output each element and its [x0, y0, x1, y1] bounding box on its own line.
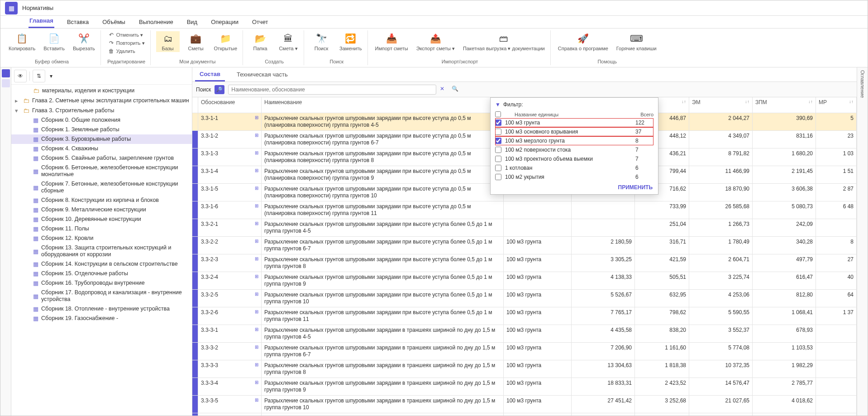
undo-button[interactable]: ↶Отменить ▾: [106, 31, 147, 38]
main-tab-4[interactable]: Вид: [186, 17, 199, 28]
search-mode-icon[interactable]: 🔎: [215, 85, 224, 94]
tree-item[interactable]: ▦Сборник 5. Свайные работы, закрепление …: [11, 153, 192, 163]
main-tab-5[interactable]: Операции: [210, 17, 239, 28]
expand-icon[interactable]: ⊞: [255, 203, 258, 208]
help-button[interactable]: 🚀Справка о программе: [556, 31, 610, 52]
tree-item[interactable]: ▾🗀Глава 3. Строительные работы: [11, 105, 192, 115]
tree-item[interactable]: ▦Сборник 10. Деревянные конструкции: [11, 215, 192, 224]
expand-icon[interactable]: ⊞: [255, 115, 258, 120]
tree-item[interactable]: ▦Сборник 17. Водопровод и канализация - …: [11, 288, 192, 304]
filter-option[interactable]: 100 м2 поверхности стока7: [495, 145, 653, 154]
tree-item[interactable]: ▦Сборник 12. Кровли: [11, 234, 192, 243]
cut-button[interactable]: ✂️Вырезать: [71, 31, 97, 52]
gutter-icon[interactable]: [2, 69, 10, 77]
filter-checkbox[interactable]: [495, 174, 501, 180]
filter-checkbox[interactable]: [495, 156, 501, 162]
main-tab-2[interactable]: Объёмы: [101, 17, 126, 28]
content-tab-1[interactable]: Техническая часть: [232, 68, 292, 81]
filter-checkbox[interactable]: [495, 165, 501, 171]
paste-button[interactable]: 📄Вставить: [42, 31, 67, 52]
main-tab-1[interactable]: Вставка: [66, 17, 90, 28]
sort-icon[interactable]: ↓↑: [849, 99, 854, 104]
table-row[interactable]: 3.3-2-5⊞Разрыхление скальных грунтов шпу…: [192, 289, 857, 307]
tree-item[interactable]: ▦Сборник 7. Бетонные, железобетонные кон…: [11, 179, 192, 196]
tree-item[interactable]: 🗀материалы, изделия и конструкции: [11, 86, 192, 96]
filter-option[interactable]: 100 м3 основного взрывания37: [495, 127, 653, 136]
table-row[interactable]: 3.3-3-5⊞Разрыхление скальных грунтов шпу…: [192, 395, 857, 413]
filter-option[interactable]: 100 м2 укрытия6: [495, 172, 653, 182]
filter-option[interactable]: 100 м3 грунта122: [495, 118, 653, 127]
filter-option[interactable]: 1 котлован6: [495, 163, 653, 172]
open-button[interactable]: 📁Открытые: [212, 31, 239, 52]
main-tab-3[interactable]: Выполнение: [138, 17, 174, 28]
table-row[interactable]: 3.3-3-2⊞Разрыхление скальных грунтов шпу…: [192, 342, 857, 360]
tree-item[interactable]: ▦Сборник 1. Земляные работы: [11, 125, 192, 134]
bases-button[interactable]: 🗂Базы: [156, 31, 180, 52]
main-tab-6[interactable]: Отчет: [251, 17, 269, 28]
tree-mode-button[interactable]: ⇅: [33, 70, 45, 82]
table-row[interactable]: 3.3-2-4⊞Разрыхление скальных грунтов шпу…: [192, 272, 857, 289]
tree-item[interactable]: ▦Сборник 4. Скважины: [11, 144, 192, 153]
filter-option[interactable]: 100 м3 проектного объема выемки7: [495, 154, 653, 163]
filter-apply-button[interactable]: ПРИМЕНИТЬ: [495, 182, 653, 191]
expand-icon[interactable]: ⊞: [255, 256, 258, 261]
expand-icon[interactable]: ⊞: [255, 274, 258, 279]
copy-button[interactable]: 📋Копировать: [7, 31, 37, 52]
tree-item[interactable]: ▦Сборник 19. Газоснабжение -: [11, 314, 192, 323]
tree-item[interactable]: ▦Сборник 3. Буровзрывные работы: [11, 134, 192, 144]
column-header[interactable]: ЭМ↓↑: [689, 97, 753, 113]
column-header[interactable]: Обоснование: [198, 97, 262, 113]
search-input[interactable]: [228, 85, 436, 95]
filter-select-all[interactable]: [495, 111, 501, 117]
main-tab-0[interactable]: Главная: [29, 15, 54, 28]
sort-icon[interactable]: ↓↑: [808, 99, 813, 104]
table-row[interactable]: 3.3-3-3⊞Разрыхление скальных грунтов шпу…: [192, 360, 857, 378]
expand-icon[interactable]: ⊞: [255, 362, 258, 367]
filter-checkbox[interactable]: [495, 138, 501, 144]
column-header[interactable]: Наименование: [262, 97, 504, 113]
dropdown-icon[interactable]: ▾: [48, 70, 54, 82]
table-row[interactable]: 3.3-2-1⊞Разрыхление скальных грунтов шпу…: [192, 219, 857, 236]
tree-item[interactable]: ▦Сборник 0. Общие положения: [11, 115, 192, 125]
table-row[interactable]: 3.3-2-6⊞Разрыхление скальных грунтов шпу…: [192, 307, 857, 325]
hotkeys-button[interactable]: ⌨Горячие клавиши: [615, 31, 658, 52]
estimates-button[interactable]: 💼Сметы: [184, 31, 208, 52]
expand-icon[interactable]: ⊞: [255, 239, 258, 244]
content-tab-0[interactable]: Состав: [195, 68, 225, 81]
table-row[interactable]: 3.3-2-2⊞Разрыхление скальных грунтов шпу…: [192, 236, 857, 254]
visibility-toggle[interactable]: 👁: [14, 70, 27, 82]
export-button[interactable]: 📤Экспорт сметы ▾: [415, 31, 457, 52]
search-icon[interactable]: 🔍: [452, 86, 460, 94]
filter-option[interactable]: 100 м3 мерзлого грунта8: [495, 136, 653, 145]
expand-icon[interactable]: ⊞: [255, 397, 258, 402]
expand-icon[interactable]: ⊞: [255, 344, 258, 349]
estimate-new-button[interactable]: 🏛Смета ▾: [277, 31, 300, 52]
import-button[interactable]: 📥Импорт сметы: [373, 31, 410, 52]
table-row[interactable]: 3.3-1-6⊞Разрыхление скальных грунтов шпу…: [192, 201, 857, 219]
table-row[interactable]: 3.3-3-4⊞Разрыхление скальных грунтов шпу…: [192, 378, 857, 395]
folder-button[interactable]: 📂Папка: [248, 31, 272, 52]
search-button[interactable]: 🔭Поиск: [310, 31, 333, 52]
right-gutter[interactable]: Оглавление: [857, 67, 868, 416]
table-row[interactable]: 3.3-2-3⊞Разрыхление скальных грунтов шпу…: [192, 254, 857, 272]
tree-item[interactable]: ▦Сборник 15. Отделочные работы: [11, 269, 192, 278]
filter-checkbox[interactable]: [495, 129, 501, 135]
tree-item[interactable]: ▦Сборник 16. Трубопроводы внутренние: [11, 278, 192, 288]
tree-item[interactable]: ▦Сборник 18. Отопление - внутренние устр…: [11, 304, 192, 314]
tree-item[interactable]: ▦Сборник 14. Конструкции в сельском стро…: [11, 259, 192, 269]
filter-checkbox[interactable]: [495, 147, 501, 153]
expand-icon[interactable]: ⊞: [255, 292, 258, 296]
batch-export-button[interactable]: 🗃Пакетная выгрузка ▾ документации: [461, 31, 547, 52]
table-row[interactable]: 3.3-3-6⊞Разрыхление скальных грунтов шпу…: [192, 413, 857, 416]
tree-item[interactable]: ▦Сборник 9. Металлические конструкции: [11, 205, 192, 215]
tree-item[interactable]: ▦Сборник 11. Полы: [11, 224, 192, 234]
filter-checkbox[interactable]: [495, 120, 501, 126]
expand-icon[interactable]: ⊞: [255, 327, 258, 332]
expand-icon[interactable]: ⊞: [255, 380, 258, 385]
sort-icon[interactable]: ↓↑: [682, 99, 686, 104]
expand-icon[interactable]: ⊞: [255, 221, 258, 226]
tree-item[interactable]: ▦Сборник 8. Конструкции из кирпича и бло…: [11, 196, 192, 205]
column-header[interactable]: МР↓↑: [816, 97, 857, 113]
gutter-icon[interactable]: [2, 79, 10, 87]
redo-button[interactable]: ↷Повторить ▾: [106, 39, 147, 47]
